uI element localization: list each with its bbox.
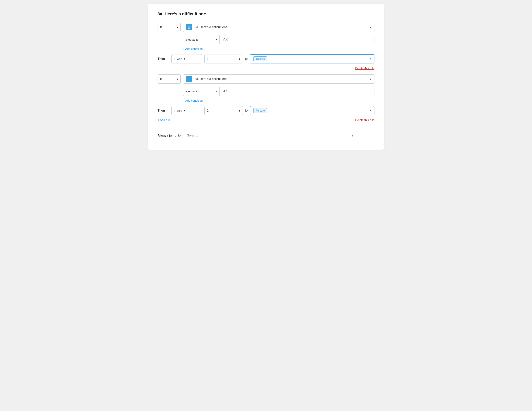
rule2-question-text: 3a. Here's a difficult one. (195, 77, 370, 81)
rule2-number-chevron: ▾ (239, 109, 240, 112)
always-jump-row: Always jump to Select... ▾ (158, 131, 374, 140)
rule1-then-label: Then (158, 57, 169, 61)
rule1-action-dropdown[interactable]: + Add ▾ (171, 54, 202, 64)
svg-rect-3 (188, 78, 191, 78)
rule2-operator-dropdown[interactable]: is equal to ▾ (183, 87, 219, 96)
rule2-operator-chevron: ▾ (216, 90, 217, 93)
rule2-add-condition[interactable]: + Add condition (183, 99, 203, 102)
rule2-action-dropdown[interactable]: + Add ▾ (171, 106, 202, 115)
bars-icon-2 (187, 77, 191, 81)
rule2-number-dropdown[interactable]: 1 ▾ (204, 106, 243, 115)
bars-icon (187, 25, 191, 29)
rule2-to-label: to (245, 109, 247, 112)
rule2-question-dropdown[interactable]: 3a. Here's a difficult one. ▾ (183, 74, 374, 83)
svg-rect-0 (188, 26, 191, 27)
always-jump-label: Always jump to (158, 134, 180, 137)
rule2-number-label: 1 (207, 109, 209, 112)
always-jump-select[interactable]: Select... ▾ (184, 131, 356, 140)
rule2-score-chevron: ▾ (370, 109, 371, 112)
rule1-number-chevron: ▾ (239, 57, 240, 61)
rule-block-2: If ▾ 3a. Here's a difficult one. ▾ is eq… (158, 74, 374, 121)
rule-block-1: If ▾ 3a. Here's a difficult one. ▾ is eq… (158, 23, 374, 70)
rule2-if-label: If (160, 77, 162, 81)
rule2-score-tag: @score (253, 108, 267, 113)
rule1-action-chevron: ▾ (184, 57, 185, 61)
svg-rect-2 (188, 28, 190, 28)
svg-rect-4 (188, 79, 190, 79)
always-jump-placeholder: Select... (187, 134, 198, 137)
rule1-condition-row: is equal to ▾ (183, 35, 374, 44)
rule1-add-condition[interactable]: + Add condition (183, 47, 203, 50)
rule1-question-chevron: ▾ (370, 26, 371, 29)
rule1-then-row: Then + Add ▾ 1 ▾ to @score ▾ (158, 54, 374, 64)
rule2-value-input[interactable] (219, 87, 374, 96)
rule2-action-label: Add (177, 109, 182, 112)
rule1-number-label: 1 (207, 57, 209, 61)
rule1-operator-label: is equal to (185, 38, 199, 41)
rule1-value-input[interactable] (219, 35, 374, 44)
rule1-plus-icon: + (174, 57, 176, 61)
rule2-question-chevron: ▾ (370, 77, 371, 81)
rule1-if-row: If ▾ 3a. Here's a difficult one. ▾ (158, 23, 374, 32)
rule1-operator-chevron: ▾ (216, 38, 217, 41)
rule2-then-label: Then (158, 109, 169, 112)
rule2-if-dropdown[interactable]: If ▾ (158, 74, 180, 83)
rule1-operator-dropdown[interactable]: is equal to ▾ (183, 35, 219, 44)
rule1-delete-link[interactable]: Delete this rule (158, 66, 374, 70)
section-title: 3a. Here's a difficult one. (158, 11, 374, 17)
rule2-plus-icon: + (174, 109, 176, 112)
rule1-score-dropdown[interactable]: @score ▾ (250, 54, 374, 64)
add-rule-link[interactable]: + Add rule (158, 118, 171, 121)
svg-rect-5 (188, 80, 190, 80)
rule2-score-dropdown[interactable]: @score ▾ (250, 106, 374, 115)
rule2-action-chevron: ▾ (184, 109, 185, 112)
rule1-question-text: 3a. Here's a difficult one. (195, 26, 370, 29)
rule1-if-label: If (160, 26, 162, 29)
rule1-number-dropdown[interactable]: 1 ▾ (204, 54, 243, 64)
rule1-score-tag: @score (253, 56, 267, 61)
rule2-if-chevron: ▾ (177, 77, 178, 81)
rule1-if-chevron: ▾ (177, 26, 178, 29)
rule2-condition-row: is equal to ▾ (183, 87, 374, 96)
page-container: 3a. Here's a difficult one. If ▾ 3a. Her… (148, 4, 384, 150)
rule1-if-dropdown[interactable]: If ▾ (158, 23, 180, 32)
rule2-delete-link[interactable]: Delete this rule (355, 118, 374, 121)
rule1-action-label: Add (177, 57, 182, 61)
rule2-question-icon (186, 76, 192, 82)
rule2-operator-label: is equal to (185, 90, 199, 93)
rule2-then-row: Then + Add ▾ 1 ▾ to @score ▾ (158, 106, 374, 115)
svg-rect-1 (188, 27, 190, 27)
rule1-question-icon (186, 24, 192, 30)
rule1-score-chevron: ▾ (370, 57, 371, 60)
always-jump-chevron: ▾ (352, 134, 353, 137)
rule2-if-row: If ▾ 3a. Here's a difficult one. ▾ (158, 74, 374, 83)
rule1-to-label: to (245, 57, 247, 61)
section-divider (158, 126, 374, 126)
rule1-question-dropdown[interactable]: 3a. Here's a difficult one. ▾ (183, 23, 374, 32)
add-delete-row: + Add rule Delete this rule (158, 118, 374, 121)
